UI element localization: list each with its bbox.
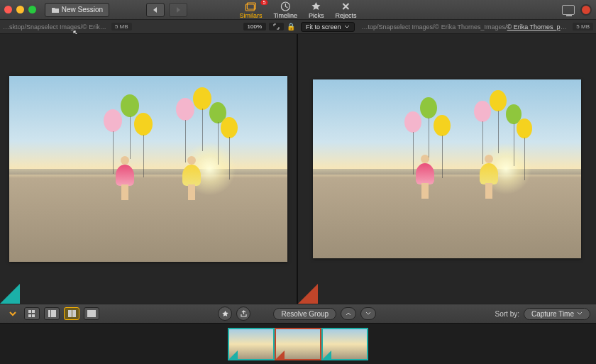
collapse-toggle[interactable]: [6, 310, 20, 317]
reject-flag-red: [276, 351, 285, 359]
similars-badge: 5: [260, 0, 267, 5]
window-maximize-button[interactable]: [28, 6, 36, 13]
chevron-down-icon: [365, 311, 371, 316]
path-right: Fit to screen …top/Snapselect Images/© E…: [298, 22, 596, 32]
lock-icon[interactable]: 🔒: [287, 23, 295, 31]
left-pane[interactable]: [0, 34, 298, 304]
display-icon[interactable]: [562, 5, 575, 15]
resolve-group-button[interactable]: Resolve Group: [273, 308, 336, 320]
title-bar: New Session 5 Similars Timeline Picks: [0, 0, 596, 20]
view-grid-button[interactable]: [24, 307, 40, 320]
zoom-expand-button[interactable]: [269, 23, 284, 31]
left-path-prefix: …sktop/Snapselect Images/© Erika Thornes…: [3, 23, 109, 31]
left-path-text: …sktop/Snapselect Images/© Erika Thornes…: [3, 23, 109, 31]
balloon-yellow: [193, 87, 211, 110]
balloon-pink: [474, 101, 491, 122]
path-bar: …sktop/Snapselect Images/© Erika Thornes…: [0, 20, 596, 34]
view-compare-button[interactable]: [64, 307, 79, 320]
balloon-pink: [176, 98, 194, 121]
balloon-yellow: [517, 118, 532, 138]
child-figure: [415, 155, 435, 197]
compare-view: [0, 34, 596, 304]
folder-icon: [51, 6, 60, 13]
clock-icon: [279, 1, 292, 11]
chevron-down-icon: [9, 310, 17, 317]
back-icon: [151, 6, 160, 13]
grid-icon: [28, 310, 35, 317]
star-rating-button[interactable]: [218, 307, 232, 321]
next-group-button[interactable]: [360, 307, 376, 320]
right-filesize: 5 MB: [573, 23, 593, 31]
path-left: …sktop/Snapselect Images/© Erika Thornes…: [0, 23, 298, 31]
back-button[interactable]: [146, 3, 165, 17]
lower-toolbar: Resolve Group Sort by: Capture Time: [0, 304, 596, 324]
tab-rejects[interactable]: Rejects: [336, 1, 357, 19]
child-figure: [479, 155, 499, 197]
view-single-button[interactable]: [84, 307, 99, 320]
left-filesize: 5 MB: [111, 23, 132, 31]
fit-dropdown[interactable]: Fit to screen: [301, 22, 355, 32]
new-session-button[interactable]: New Session: [45, 3, 109, 17]
forward-icon: [174, 6, 182, 13]
balloon-pink: [404, 111, 421, 133]
balloon-pink: [104, 109, 122, 132]
balloon-yellow: [490, 90, 507, 111]
window-traffic-lights: [4, 6, 36, 13]
zoom-value: 100%: [248, 23, 262, 30]
list-icon: [48, 310, 56, 317]
zoom-indicator[interactable]: 100%: [243, 23, 266, 31]
right-path-prefix: …top/Snapselect Images/© Erika Thornes_I…: [362, 23, 507, 31]
sort-dropdown[interactable]: Capture Time: [524, 308, 590, 320]
tab-picks[interactable]: Picks: [309, 1, 324, 19]
balloon-yellow: [134, 113, 153, 136]
view-list-button[interactable]: [44, 307, 60, 320]
reject-flag-red: [298, 284, 318, 304]
thumbnail[interactable]: [323, 329, 367, 359]
pick-flag-teal: [323, 351, 331, 359]
compare-icon: [68, 310, 76, 317]
expand-icon: [273, 23, 280, 30]
chevron-up-icon: [346, 311, 351, 316]
chevron-down-icon: [344, 25, 350, 29]
tab-timeline[interactable]: Timeline: [273, 1, 297, 19]
tab-similars-label: Similars: [239, 12, 262, 19]
star-icon: [310, 1, 323, 11]
balloon-yellow: [434, 115, 451, 136]
balloon-yellow: [221, 117, 238, 138]
window-minimize-button[interactable]: [16, 6, 24, 13]
sort-value: Capture Time: [531, 310, 574, 318]
single-icon: [87, 310, 96, 317]
child-figure: [182, 156, 202, 199]
share-button[interactable]: [236, 307, 250, 321]
left-photo: [9, 76, 288, 262]
right-filename[interactable]: © Erika Thornes_ph2a5913-2.jpg: [507, 23, 570, 31]
resolve-group-label: Resolve Group: [281, 310, 329, 318]
right-photo: [313, 79, 581, 258]
tab-similars[interactable]: 5 Similars: [239, 1, 262, 19]
balloon-green: [420, 97, 437, 118]
new-session-label: New Session: [62, 6, 103, 13]
thumbnail[interactable]: [229, 329, 273, 359]
child-figure: [115, 156, 135, 199]
right-pane[interactable]: [298, 34, 596, 304]
chevron-down-icon: [577, 311, 583, 316]
window-close-button[interactable]: [4, 6, 12, 13]
fit-label: Fit to screen: [306, 23, 341, 31]
share-icon: [240, 310, 248, 318]
stack-icon: [244, 1, 257, 11]
tab-timeline-label: Timeline: [273, 12, 297, 19]
forward-button[interactable]: [169, 3, 187, 17]
star-icon: [221, 310, 229, 318]
prev-group-button[interactable]: [341, 307, 356, 320]
top-mode-tabs: 5 Similars Timeline Picks Rejects: [239, 1, 356, 19]
pick-flag-teal: [0, 284, 20, 304]
tab-picks-label: Picks: [309, 12, 324, 19]
titlebar-right: [562, 4, 592, 16]
sort-label: Sort by:: [495, 310, 519, 318]
record-icon[interactable]: [580, 4, 592, 16]
right-path-text: …top/Snapselect Images/© Erika Thornes_I…: [358, 23, 570, 31]
pick-flag-teal: [229, 351, 238, 359]
thumbnail[interactable]: [276, 329, 320, 359]
x-icon: [340, 1, 353, 11]
tab-rejects-label: Rejects: [336, 12, 357, 19]
